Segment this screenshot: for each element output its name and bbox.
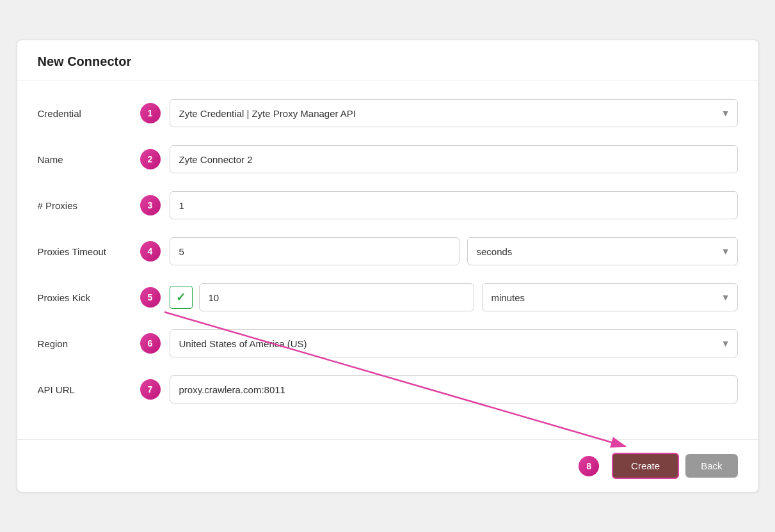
region-row: Region 6 United States of America (US) ▼ [38,329,738,357]
step-badge-8: 8 [579,456,599,476]
region-select-wrapper[interactable]: United States of America (US) ▼ [170,329,738,357]
timeout-input[interactable] [170,237,459,265]
kick-input[interactable] [199,283,474,311]
step-badge-1: 1 [140,103,161,123]
new-connector-card: New Connector Credential 1 Zyte Credenti… [17,40,759,492]
name-label: Name [38,154,140,165]
step-badge-6: 6 [140,333,161,354]
credential-select-wrapper[interactable]: Zyte Credential | Zyte Proxy Manager API… [170,99,738,127]
kick-unit-select[interactable]: minutes seconds hours [482,283,738,311]
step-badge-4: 4 [140,241,161,262]
proxies-row: # Proxies 3 [38,191,738,219]
page-title: New Connector [38,54,738,69]
proxies-kick-row: Proxies Kick 5 ✓ minutes seconds hours ▼ [38,283,738,311]
step-badge-3: 3 [140,195,161,215]
step-badge-5: 5 [140,287,161,308]
name-input[interactable] [170,145,738,173]
back-button[interactable]: Back [685,454,737,478]
credential-label: Credential [38,108,140,119]
proxies-timeout-label: Proxies Timeout [38,246,140,257]
check-icon: ✓ [176,290,186,304]
proxies-input[interactable] [170,191,738,219]
kick-checkbox[interactable]: ✓ [170,286,193,309]
step-badge-7: 7 [140,379,161,400]
timeout-unit-wrapper[interactable]: seconds minutes hours ▼ [467,237,738,265]
create-button[interactable]: Create [612,453,679,479]
region-label: Region [38,338,140,349]
name-row: Name 2 [38,145,738,173]
proxies-timeout-row: Proxies Timeout 4 seconds minutes hours … [38,237,738,265]
step-badge-2: 2 [140,149,161,169]
apiurl-row: API URL 7 [38,375,738,403]
card-footer: 8 Create Back [17,439,758,492]
card-header: New Connector [17,40,758,81]
region-select[interactable]: United States of America (US) [170,329,738,357]
apiurl-label: API URL [38,384,140,395]
proxies-kick-label: Proxies Kick [38,292,140,303]
apiurl-input[interactable] [170,375,738,403]
credential-select[interactable]: Zyte Credential | Zyte Proxy Manager API [170,99,738,127]
timeout-unit-select[interactable]: seconds minutes hours [467,237,738,265]
credential-row: Credential 1 Zyte Credential | Zyte Prox… [38,99,738,127]
proxies-label: # Proxies [38,200,140,211]
kick-unit-wrapper[interactable]: minutes seconds hours ▼ [482,283,738,311]
card-body: Credential 1 Zyte Credential | Zyte Prox… [17,81,758,439]
